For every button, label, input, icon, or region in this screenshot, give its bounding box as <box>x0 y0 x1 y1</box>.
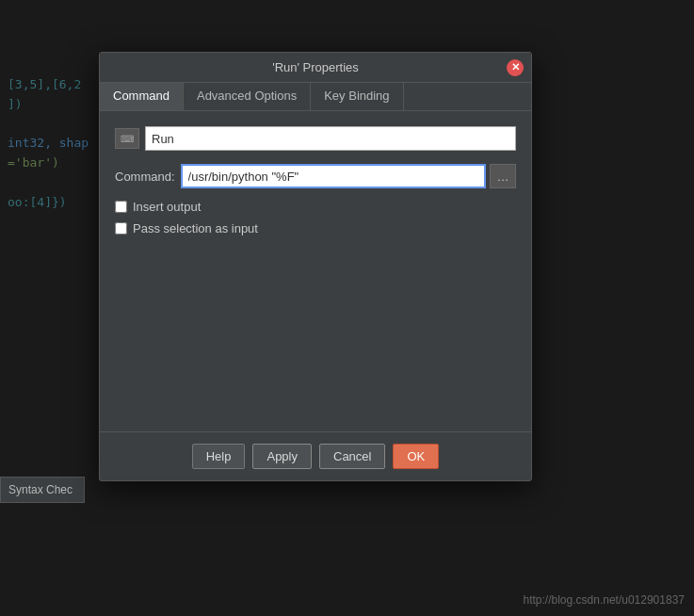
name-row: ⌨ <box>115 126 516 151</box>
pass-selection-label: Pass selection as input <box>133 221 258 235</box>
status-bar: Syntax Chec <box>0 477 85 503</box>
pass-selection-checkbox[interactable] <box>115 222 127 235</box>
name-icon: ⌨ <box>115 128 139 149</box>
dialog-close-button[interactable]: ✕ <box>507 59 524 76</box>
dialog-titlebar: 'Run' Properties ✕ <box>100 53 531 83</box>
tab-key-binding[interactable]: Key Binding <box>311 83 403 110</box>
tabs-container: Command Advanced Options Key Binding <box>100 83 531 111</box>
ok-button[interactable]: OK <box>393 444 439 469</box>
tab-command[interactable]: Command <box>100 83 184 110</box>
name-input[interactable] <box>145 126 516 151</box>
tab-advanced-options[interactable]: Advanced Options <box>184 83 311 110</box>
apply-button[interactable]: Apply <box>252 444 312 469</box>
run-properties-dialog: 'Run' Properties ✕ Command Advanced Opti… <box>99 52 532 481</box>
watermark: http://blog.csdn.net/u012901837 <box>524 593 685 607</box>
dialog-body: ⌨ Command: … Insert output Pass selectio… <box>100 111 531 431</box>
help-button[interactable]: Help <box>192 444 246 469</box>
insert-output-row: Insert output <box>115 200 516 214</box>
command-input[interactable] <box>181 164 486 188</box>
browse-button[interactable]: … <box>490 164 516 188</box>
insert-output-checkbox[interactable] <box>115 201 127 213</box>
cancel-button[interactable]: Cancel <box>319 444 385 469</box>
dialog-title: 'Run' Properties <box>272 60 359 74</box>
dialog-footer: Help Apply Cancel OK <box>100 431 531 480</box>
command-row: Command: … <box>115 164 516 188</box>
command-label: Command: <box>115 170 175 184</box>
insert-output-label: Insert output <box>133 200 201 214</box>
pass-selection-row: Pass selection as input <box>115 221 516 235</box>
